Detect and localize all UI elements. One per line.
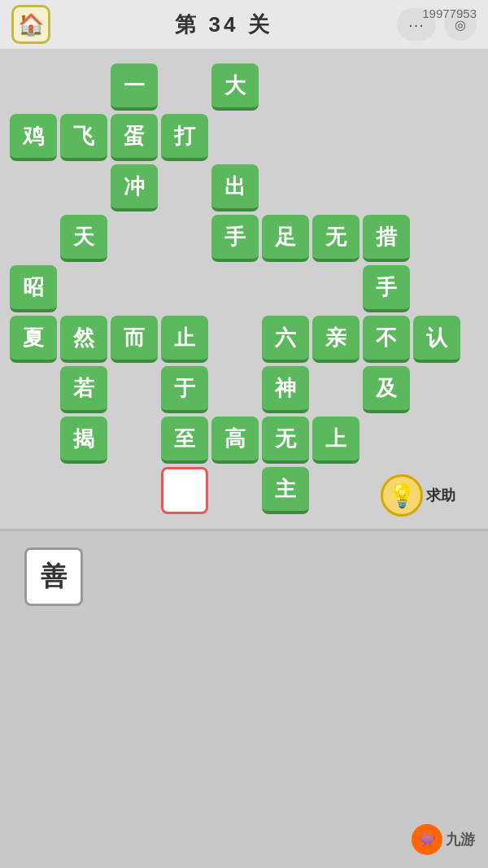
grid-cell bbox=[10, 467, 57, 514]
grid-cell bbox=[211, 114, 259, 161]
grid-cell[interactable]: 夏 bbox=[10, 316, 57, 363]
grid-cell bbox=[363, 114, 410, 161]
score-display: 19977953 bbox=[422, 7, 477, 20]
grid-cell bbox=[111, 417, 158, 464]
help-icon: 💡 bbox=[381, 474, 423, 517]
help-button[interactable]: 💡 求助 bbox=[381, 474, 455, 517]
grid-cell bbox=[211, 316, 259, 363]
grid-cell bbox=[211, 467, 259, 514]
grid-cell[interactable]: 揭 bbox=[60, 417, 107, 464]
grid-cell bbox=[10, 63, 57, 111]
grid-cell[interactable]: 六 bbox=[262, 316, 309, 363]
grid-cell bbox=[10, 417, 57, 464]
grid-cell bbox=[10, 215, 57, 262]
grid-cell bbox=[312, 114, 359, 161]
grid-cell[interactable]: 止 bbox=[161, 316, 208, 363]
grid-cell bbox=[111, 366, 158, 413]
grid-cell[interactable]: 足 bbox=[262, 215, 309, 262]
grid-cell[interactable]: 亲 bbox=[312, 316, 359, 363]
grid-cell bbox=[312, 63, 359, 111]
top-bar: 🏠 第 34 关 ··· ◎ 19977953 bbox=[0, 0, 488, 49]
grid-cell[interactable]: 一 bbox=[111, 63, 158, 111]
grid-cell[interactable]: 无 bbox=[312, 215, 359, 262]
grid-cell bbox=[161, 215, 208, 262]
grid-cell[interactable]: 高 bbox=[211, 417, 259, 464]
grid-cell[interactable]: 然 bbox=[60, 316, 107, 363]
grid-cell bbox=[312, 366, 359, 413]
grid-cell bbox=[262, 63, 309, 111]
grid-cell bbox=[312, 164, 359, 212]
bottom-logo: 👾 九游 bbox=[412, 824, 475, 855]
grid-cell[interactable]: 至 bbox=[161, 417, 208, 464]
grid-cell[interactable]: 昭 bbox=[10, 265, 57, 312]
grid-cell bbox=[211, 265, 259, 312]
grid-cell[interactable]: 无 bbox=[262, 417, 309, 464]
grid-cell bbox=[262, 114, 309, 161]
grid-cell bbox=[10, 164, 57, 212]
home-button[interactable]: 🏠 bbox=[11, 5, 50, 44]
grid-cell[interactable]: 不 bbox=[363, 316, 410, 363]
grid-cell[interactable]: 出 bbox=[211, 164, 259, 212]
game-board: 一大鸡飞蛋打冲出天手足无措昭手夏然而止六亲不认若于神及揭至高无上主 💡 求助 bbox=[0, 49, 488, 529]
answer-area: 善 bbox=[0, 531, 488, 661]
grid-cell[interactable]: 鸡 bbox=[10, 114, 57, 161]
grid-cell bbox=[363, 164, 410, 212]
grid-container: 一大鸡飞蛋打冲出天手足无措昭手夏然而止六亲不认若于神及揭至高无上主 bbox=[0, 57, 488, 521]
grid-cell bbox=[413, 114, 460, 161]
grid-cell bbox=[363, 417, 410, 464]
grid-cell bbox=[60, 164, 107, 212]
grid-cell[interactable]: 冲 bbox=[111, 164, 158, 212]
grid-cell bbox=[161, 63, 208, 111]
grid-cell bbox=[111, 467, 158, 514]
grid-cell bbox=[111, 265, 158, 312]
grid-cell bbox=[312, 265, 359, 312]
grid-cell bbox=[413, 417, 460, 464]
grid-cell bbox=[211, 366, 259, 413]
grid-cell bbox=[161, 265, 208, 312]
grid-cell bbox=[413, 63, 460, 111]
grid-cell[interactable]: 而 bbox=[111, 316, 158, 363]
grid-cell[interactable]: 手 bbox=[211, 215, 259, 262]
grid-cell[interactable]: 大 bbox=[211, 63, 259, 111]
grid-cell[interactable]: 措 bbox=[363, 215, 410, 262]
help-label: 求助 bbox=[426, 486, 455, 505]
grid-cell[interactable]: 上 bbox=[312, 417, 359, 464]
answer-tile[interactable]: 善 bbox=[24, 547, 83, 606]
grid-cell[interactable]: 飞 bbox=[60, 114, 107, 161]
grid-cell[interactable]: 于 bbox=[161, 366, 208, 413]
grid-cell[interactable]: 神 bbox=[262, 366, 309, 413]
grid-cell[interactable]: 手 bbox=[363, 265, 410, 312]
grid-cell[interactable]: 天 bbox=[60, 215, 107, 262]
grid-cell bbox=[10, 366, 57, 413]
grid-cell bbox=[161, 164, 208, 212]
level-title: 第 34 关 bbox=[175, 11, 272, 39]
grid-cell[interactable]: 认 bbox=[413, 316, 460, 363]
grid-cell bbox=[363, 63, 410, 111]
grid-cell[interactable]: 及 bbox=[363, 366, 410, 413]
grid-cell bbox=[413, 265, 460, 312]
grid-cell[interactable]: 蛋 bbox=[111, 114, 158, 161]
grid-cell[interactable]: 打 bbox=[161, 114, 208, 161]
grid-cell bbox=[111, 215, 158, 262]
grid-cell bbox=[312, 467, 359, 514]
grid-cell bbox=[413, 366, 460, 413]
grid-cell bbox=[413, 215, 460, 262]
grid-cell bbox=[60, 63, 107, 111]
grid-cell[interactable] bbox=[161, 467, 208, 514]
logo-icon: 👾 bbox=[412, 824, 442, 855]
logo-text: 九游 bbox=[446, 830, 475, 849]
grid-cell[interactable]: 若 bbox=[60, 366, 107, 413]
grid-cell[interactable]: 主 bbox=[262, 467, 309, 514]
grid-cell bbox=[60, 467, 107, 514]
grid-cell bbox=[262, 265, 309, 312]
grid-cell bbox=[60, 265, 107, 312]
grid-cell bbox=[262, 164, 309, 212]
grid-cell bbox=[413, 164, 460, 212]
